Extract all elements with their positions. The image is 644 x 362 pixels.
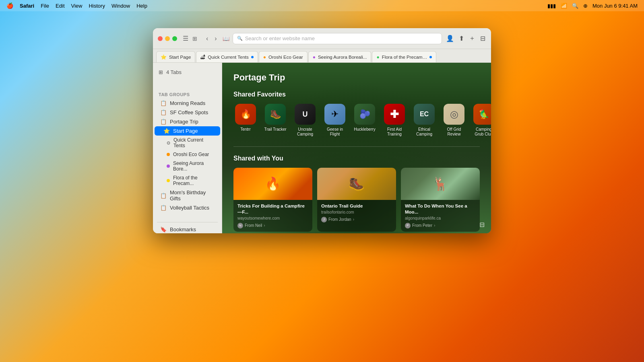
- sidebar-item-sf-coffee-spots[interactable]: 📋 SF Coffee Spots: [155, 108, 220, 117]
- maximize-button[interactable]: [172, 36, 177, 41]
- back-button[interactable]: ‹: [204, 34, 211, 43]
- forward-button[interactable]: ›: [212, 34, 219, 43]
- card-campfire[interactable]: 🔥 Tricks For Building a Campfire—F... wa…: [233, 168, 312, 232]
- tab-start-page[interactable]: ⭐ Start Page: [156, 51, 195, 62]
- datetime: Mon Jun 6 9:41 AM: [592, 3, 638, 9]
- sidebar-toggle-button[interactable]: ☰: [183, 35, 188, 42]
- sidebar-item-bookmarks[interactable]: 🔖 Bookmarks: [155, 225, 220, 233]
- fav-off-grid[interactable]: ◎ Off Grid Review: [442, 104, 466, 137]
- sidebar-item-flora[interactable]: Flora of the Precam...: [155, 173, 220, 188]
- huckleberry-icon: 🫐: [354, 104, 375, 125]
- section-divider: [233, 146, 480, 147]
- sidebar-item-label: Oroshi Eco Gear: [173, 152, 209, 157]
- sidebar-tabs-section: ⊞ 4 Tabs: [153, 63, 222, 82]
- reader-icon[interactable]: 📖: [223, 35, 229, 42]
- menu-help[interactable]: Help: [136, 3, 147, 9]
- page-title: Portage Trip: [233, 72, 480, 83]
- fav-geese[interactable]: ✈ Geese in Flight: [323, 104, 347, 137]
- search-icon[interactable]: 🔍: [572, 3, 578, 9]
- tab-aurora[interactable]: ● Seeing Aurora Boreali...: [308, 51, 372, 62]
- sidebar-item-quick-current-tents[interactable]: ⊙ Quick Current Tents: [155, 136, 220, 150]
- off-grid-icon: ◎: [444, 104, 464, 125]
- card-ontario[interactable]: 🥾 Ontario Trail Guide trailsofontario.co…: [317, 168, 396, 232]
- settings-button[interactable]: ⊟: [479, 221, 485, 228]
- tab-dot: [429, 56, 432, 58]
- card-url: wayoutsomewhere.com: [237, 216, 308, 220]
- shared-cards: 🔥 Tricks For Building a Campfire—F... wa…: [233, 168, 480, 232]
- card-image-moose: 🦌: [401, 168, 480, 200]
- apple-menu[interactable]: 🍎: [6, 2, 13, 9]
- sidebar-item-start-page[interactable]: ⭐ Start Page: [155, 126, 220, 136]
- tab-quick-current-tents[interactable]: 🏕 Quick Current Tents: [196, 51, 258, 62]
- book-icon: 📋: [160, 193, 167, 199]
- sidebar-item-volleyball-tactics[interactable]: 📋 Volleyball Tactics: [155, 203, 220, 212]
- fav-huckleberry[interactable]: 🫐 Huckleberry: [353, 104, 377, 137]
- menu-edit[interactable]: Edit: [56, 3, 64, 9]
- bookmark-icon: 🔖: [160, 226, 167, 232]
- tab-label: Start Page: [169, 55, 191, 60]
- menu-file[interactable]: File: [41, 3, 49, 9]
- safari-window: ☰ ⊞ ‹ › 📖 🔍 Search or enter website name…: [153, 28, 491, 233]
- control-center-icon[interactable]: ⊕: [583, 3, 588, 9]
- tab-overview-button[interactable]: ⊞: [192, 35, 197, 42]
- fav-trail-tracker[interactable]: 🥾 Trail Tracker: [263, 104, 287, 137]
- card-from: N From Neil ›: [237, 223, 308, 228]
- new-tab-button[interactable]: ＋: [468, 33, 476, 43]
- purple-dot-icon: [167, 165, 170, 168]
- tabs-count-label: 4 Tabs: [166, 69, 182, 75]
- card-from: P From Peter ›: [405, 223, 476, 228]
- menu-window[interactable]: Window: [111, 3, 130, 9]
- tab-grid-button[interactable]: ⊟: [479, 34, 486, 43]
- fav-ethical-camping[interactable]: EC Ethical Camping: [412, 104, 436, 137]
- sidebar-item-morning-reads[interactable]: 📋 Morning Reads: [155, 99, 220, 108]
- fav-label: Camping Grub Club: [472, 127, 491, 137]
- fav-label: Huckleberry: [354, 127, 375, 132]
- fav-label: Tentrr: [240, 127, 251, 132]
- tab-oroshi[interactable]: ● Oroshi Eco Gear: [259, 51, 308, 62]
- fav-camping-grub[interactable]: 🦜 Camping Grub Club: [472, 104, 491, 137]
- fav-first-aid[interactable]: ✚ First Aid Training: [382, 104, 407, 137]
- sidebar-item-label: Mom's Birthday Gifts: [170, 189, 215, 202]
- from-label: From Peter: [412, 223, 432, 228]
- battery-icon: ▮▮▮: [547, 3, 556, 9]
- sidebar-item-label: Quick Current Tents: [173, 137, 215, 148]
- fav-label: Ethical Camping: [412, 127, 436, 137]
- share-icon[interactable]: ⬆: [458, 34, 465, 43]
- card-url: trailsofontario.com: [321, 210, 392, 214]
- shared-favorites-title: Shared Favorites: [233, 91, 480, 98]
- menu-history[interactable]: History: [89, 3, 105, 9]
- card-moose[interactable]: 🦌 What To Do When You See a Moo... algon…: [401, 168, 480, 232]
- sidebar-item-label: Start Page: [173, 128, 198, 134]
- share-person-icon[interactable]: 👤: [445, 34, 455, 43]
- trail-tracker-icon: 🥾: [265, 104, 286, 125]
- fav-uncrate[interactable]: U Uncrate Camping: [293, 104, 317, 137]
- card-title: Tricks For Building a Campfire—F...: [237, 203, 308, 215]
- tabs-bar: ⭐ Start Page 🏕 Quick Current Tents ● Oro…: [153, 49, 491, 63]
- minimize-button[interactable]: [165, 36, 170, 41]
- sidebar-item-oroshi[interactable]: Oroshi Eco Gear: [155, 150, 220, 159]
- sidebar-item-seeing-aurora[interactable]: Seeing Aurora Bore...: [155, 159, 220, 173]
- first-aid-icon: ✚: [384, 104, 405, 125]
- menubar-left: 🍎 Safari File Edit View History Window H…: [6, 2, 147, 9]
- card-image-trail: 🥾: [317, 168, 396, 200]
- menu-view[interactable]: View: [71, 3, 83, 9]
- app-name[interactable]: Safari: [20, 3, 34, 9]
- menubar-right: ▮▮▮ 📶 🔍 ⊕ Mon Jun 6 9:41 AM: [547, 3, 638, 9]
- tab-label: Flora of the Precambi...: [382, 55, 427, 60]
- tab-icon: ⊙: [167, 140, 170, 146]
- card-info: Ontario Trail Guide trailsofontario.com …: [317, 200, 396, 226]
- tab-flora[interactable]: ● Flora of the Precambi...: [372, 51, 436, 62]
- fav-label: Geese in Flight: [323, 127, 347, 137]
- tab-icon: ⭐: [161, 54, 167, 60]
- fav-tentrr[interactable]: 🔥 Tentrr: [233, 104, 258, 137]
- sidebar-item-moms-birthday[interactable]: 📋 Mom's Birthday Gifts: [155, 188, 220, 203]
- toolbar-buttons: 👤 ⬆ ＋ ⊟: [445, 33, 486, 43]
- sidebar-item-portage-trip[interactable]: 📋 Portage Trip: [155, 117, 220, 126]
- close-button[interactable]: [158, 36, 163, 41]
- address-bar[interactable]: 🔍 Search or enter website name: [233, 33, 442, 44]
- tab-icon: 🏕: [200, 54, 205, 60]
- tab-icon: ●: [263, 54, 266, 60]
- address-placeholder: Search or enter website name: [245, 35, 315, 41]
- tab-label: Quick Current Tents: [208, 55, 248, 60]
- sidebar-item-label: Portage Trip: [170, 119, 198, 125]
